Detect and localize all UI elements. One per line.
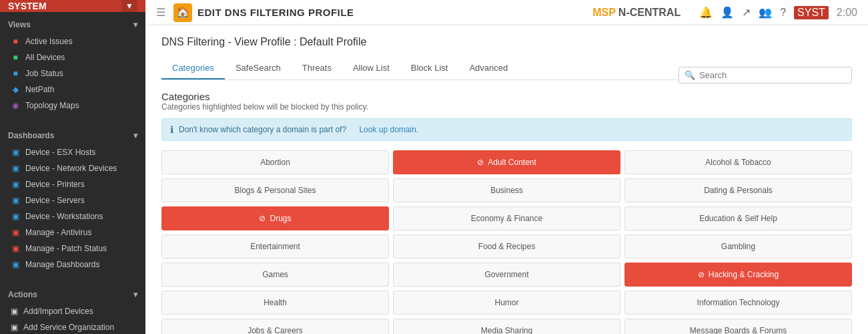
sidebar-item-manage-dashboards[interactable]: ▣ Manage Dashboards (0, 257, 145, 273)
sidebar-item-label: Add Service Organization (23, 323, 114, 332)
help-icon[interactable]: ? (780, 7, 786, 19)
blocked-icon: ⊘ (698, 270, 705, 279)
topbar-title-area: 🏠 EDIT DNS FILTERING PROFILE (173, 3, 584, 22)
sidebar-item-label: Manage - Antivirus (25, 228, 91, 237)
sidebar-item-label: NetPath (25, 85, 54, 94)
category-button[interactable]: ⊘Hacking & Cracking (624, 263, 852, 287)
search-icon: 🔍 (685, 70, 695, 80)
sidebar-collapse-button[interactable]: ▼ (121, 0, 137, 12)
category-button[interactable]: Education & Self Help (624, 206, 852, 230)
info-icon: ℹ (170, 124, 173, 135)
page-content: DNS Filtering - View Profile : Default P… (145, 25, 868, 334)
category-button[interactable]: Dating & Personals (624, 178, 852, 202)
sidebar-item-label: Manage Dashboards (25, 260, 99, 269)
category-button[interactable]: Entertainment (161, 234, 389, 259)
sidebar-item-job-status[interactable]: ■ Job Status (0, 65, 145, 81)
category-button[interactable]: Information Technology (624, 291, 852, 315)
add-import-icon: ▣ (11, 307, 18, 316)
category-button[interactable]: ⊘Drugs (161, 206, 389, 230)
category-button[interactable]: Jobs & Careers (161, 319, 389, 334)
active-issues-icon: ■ (11, 37, 20, 46)
tab-block-list[interactable]: Block List (400, 57, 459, 79)
sidebar-item-add-import[interactable]: ▣ Add/Import Devices (0, 303, 145, 319)
tab-allow-list[interactable]: Allow List (342, 57, 400, 79)
category-button[interactable]: Economy & Finance (393, 206, 620, 230)
category-button[interactable]: Games (161, 263, 389, 287)
manage-dash-icon: ▣ (11, 260, 20, 269)
section-desc: Categories highlighted below will be blo… (161, 102, 852, 112)
sidebar-item-printers[interactable]: ▣ Device - Printers (0, 176, 145, 192)
sidebar-item-label: Topology Maps (25, 101, 79, 110)
info-bar: ℹ Don't know which category a domain is … (161, 118, 852, 141)
patch-status-icon: ▣ (11, 244, 20, 253)
sidebar-dashboards-chevron: ▾ (133, 131, 137, 140)
sidebar-item-workstations[interactable]: ▣ Device - Workstations (0, 208, 145, 224)
topbar: ☰ 🏠 EDIT DNS FILTERING PROFILE MSP N-CEN… (145, 0, 868, 25)
topbar-icons: 🔔 👤 ↗ 👥 ? SYST 2:00 (699, 6, 857, 19)
add-service-org-icon: ▣ (11, 323, 18, 332)
lookup-domain-link[interactable]: Look up domain. (359, 125, 418, 134)
blocked-icon: ⊘ (259, 214, 266, 223)
sidebar-item-add-service-org[interactable]: ▣ Add Service Organization (0, 319, 145, 334)
category-button[interactable]: Blogs & Personal Sites (161, 178, 389, 202)
section-title: Categories (161, 91, 210, 102)
netpath-icon: ◆ (11, 85, 20, 94)
category-button[interactable]: Business (393, 178, 620, 202)
tab-advanced[interactable]: Advanced (458, 57, 518, 79)
sidebar-item-all-devices[interactable]: ■ All Devices (0, 49, 145, 65)
topology-icon: ◉ (11, 101, 20, 110)
sys-time: 2:00 (837, 7, 857, 19)
sidebar-item-label: Device - Network Devices (25, 164, 117, 173)
sidebar-views-section: Views ▾ ■ Active Issues ■ All Devices ■ … (0, 12, 145, 118)
category-button[interactable]: Humor (393, 291, 620, 315)
sidebar: SYSTEM ▼ Views ▾ ■ Active Issues ■ All D… (0, 0, 145, 334)
category-button[interactable]: Media Sharing (393, 319, 620, 334)
category-button[interactable]: Food & Recipes (393, 234, 620, 259)
sidebar-actions-header[interactable]: Actions ▾ (0, 286, 145, 303)
sidebar-views-header[interactable]: Views ▾ (0, 16, 145, 33)
sidebar-item-label: Job Status (25, 69, 63, 78)
servers-icon: ▣ (11, 196, 20, 205)
topbar-brand: MSP N-CENTRAL (592, 7, 681, 19)
search-input[interactable] (699, 70, 846, 80)
sidebar-item-servers[interactable]: ▣ Device - Servers (0, 192, 145, 208)
esx-icon: ▣ (11, 148, 20, 157)
users-icon[interactable]: 👥 (759, 6, 772, 19)
search-bar: 🔍 (679, 67, 852, 84)
sys-badge: SYST (794, 6, 829, 19)
sidebar-actions-chevron: ▾ (133, 290, 137, 299)
sidebar-item-network-devices[interactable]: ▣ Device - Network Devices (0, 160, 145, 176)
sidebar-actions-label: Actions (8, 290, 37, 299)
sidebar-item-topology-maps[interactable]: ◉ Topology Maps (0, 98, 145, 114)
sidebar-dashboards-header[interactable]: Dashboards ▾ (0, 127, 145, 144)
tab-categories[interactable]: Categories (161, 57, 225, 79)
categories-grid: Abortion⊘Adult ContentAlcohol & TobaccoB… (161, 150, 852, 334)
category-button[interactable]: Message Boards & Forums (624, 319, 852, 334)
tab-safesearch[interactable]: SafeSearch (225, 57, 292, 79)
category-button[interactable]: Government (393, 263, 620, 287)
sidebar-item-patch-status[interactable]: ▣ Manage - Patch Status (0, 240, 145, 257)
sidebar-item-esx[interactable]: ▣ Device - ESX Hosts (0, 144, 145, 160)
info-text: Don't know which category a domain is pa… (179, 125, 346, 134)
sidebar-item-netpath[interactable]: ◆ NetPath (0, 81, 145, 98)
section-header: Categories 🔍 (161, 91, 852, 102)
export-icon[interactable]: ↗ (742, 6, 751, 19)
sidebar-item-label: Device - Servers (25, 196, 85, 205)
sidebar-title: SYSTEM (8, 1, 47, 11)
hamburger-icon[interactable]: ☰ (156, 6, 165, 19)
sidebar-item-label: All Devices (25, 53, 65, 62)
sidebar-item-active-issues[interactable]: ■ Active Issues (0, 33, 145, 49)
sidebar-header: SYSTEM ▼ (0, 0, 145, 12)
category-button[interactable]: Abortion (161, 150, 389, 174)
tab-threats[interactable]: Threats (292, 57, 342, 79)
sidebar-item-antivirus[interactable]: ▣ Manage - Antivirus (0, 224, 145, 240)
category-button[interactable]: Alcohol & Tobacco (624, 150, 852, 174)
printers-icon: ▣ (11, 180, 20, 189)
category-button[interactable]: Gambling (624, 234, 852, 259)
brand-ncentral: N-CENTRAL (618, 7, 681, 19)
user-icon[interactable]: 👤 (721, 6, 734, 19)
category-button[interactable]: Health (161, 291, 389, 315)
category-button[interactable]: ⊘Adult Content (393, 150, 620, 174)
sidebar-item-label: Device - Workstations (25, 212, 103, 221)
bell-icon[interactable]: 🔔 (699, 6, 713, 19)
